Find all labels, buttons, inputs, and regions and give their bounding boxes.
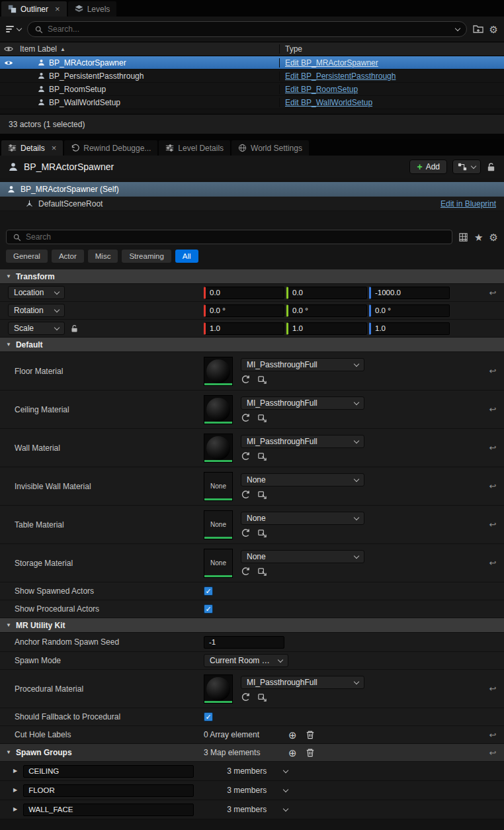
browse-to-asset-icon[interactable]: [257, 490, 267, 500]
material-thumbnail[interactable]: None: [204, 549, 233, 578]
material-dropdown[interactable]: MI_PassthroughFull: [241, 358, 364, 371]
reset-to-default-icon[interactable]: ↩: [482, 288, 504, 298]
clear-array-trash-icon[interactable]: [306, 730, 315, 739]
visibility-column[interactable]: [0, 44, 17, 54]
location-type-dropdown[interactable]: Location: [8, 286, 65, 299]
expand-arrow-icon[interactable]: ▶: [13, 807, 17, 812]
expand-arrow-icon[interactable]: ▼: [6, 750, 11, 755]
rotation-type-dropdown[interactable]: Rotation: [8, 304, 65, 317]
component-row-self[interactable]: BP_MRActorSpawner (Self): [0, 182, 504, 197]
search-input[interactable]: [48, 24, 451, 34]
location-z-field[interactable]: -1000.0: [369, 287, 450, 299]
scale-lock-icon[interactable]: [70, 324, 79, 333]
tab-rewind-debugger[interactable]: Rewind Debugge...: [64, 140, 157, 156]
outliner-row-bp-persistentpassthrough[interactable]: BP_PersistentPassthrough Edit BP_Persist…: [0, 69, 504, 83]
filter-chip-actor[interactable]: Actor: [52, 250, 84, 263]
edit-blueprint-link[interactable]: Edit BP_RoomSetup: [285, 85, 358, 94]
outliner-row-bp-mractorspawner[interactable]: BP_MRActorSpawner Edit BP_MRActorSpawner: [0, 56, 504, 69]
add-element-icon[interactable]: ⊕: [288, 748, 297, 758]
reset-to-default-icon[interactable]: ↩: [482, 443, 504, 453]
material-thumbnail[interactable]: None: [204, 510, 233, 539]
collapse-arrow-icon[interactable]: ▼: [6, 623, 11, 628]
material-thumbnail[interactable]: [204, 434, 233, 463]
details-search[interactable]: [6, 230, 452, 244]
show-spawned-actors-checkbox[interactable]: ✓: [204, 586, 213, 596]
component-row-defaultsceneroot[interactable]: DefaultSceneRoot Edit in Blueprint: [0, 197, 504, 211]
reset-to-default-icon[interactable]: ↩: [482, 520, 504, 530]
group-key-field[interactable]: [23, 765, 194, 778]
filter-chip-streaming[interactable]: Streaming: [122, 250, 171, 263]
browse-to-asset-icon[interactable]: [257, 567, 267, 576]
reset-to-default-icon[interactable]: ↩: [482, 748, 504, 758]
group-members-dropdown[interactable]: 3 members: [227, 766, 288, 776]
material-thumbnail[interactable]: [204, 395, 233, 424]
group-members-dropdown[interactable]: 3 members: [227, 805, 288, 814]
chevron-down-icon[interactable]: [454, 25, 460, 30]
use-selected-asset-icon[interactable]: [241, 528, 251, 538]
reset-to-default-icon[interactable]: ↩: [482, 558, 504, 568]
use-selected-asset-icon[interactable]: [241, 413, 251, 423]
scale-z-field[interactable]: 1.0: [369, 322, 450, 335]
category-transform[interactable]: ▼ Transform: [0, 269, 504, 284]
type-column-header[interactable]: Type: [279, 44, 504, 54]
rotation-x-field[interactable]: 0.0 °: [204, 304, 284, 317]
blueprint-actions-button[interactable]: [452, 160, 481, 174]
display-options-grid-icon[interactable]: [458, 232, 468, 242]
reset-to-default-icon[interactable]: ↩: [482, 730, 504, 740]
outliner-search[interactable]: [27, 21, 467, 37]
tab-levels[interactable]: Levels: [68, 1, 117, 17]
expand-arrow-icon[interactable]: ▶: [13, 768, 17, 774]
browse-to-asset-icon[interactable]: [257, 692, 267, 702]
edit-blueprint-link[interactable]: Edit BP_MRActorSpawner: [285, 58, 378, 68]
category-default[interactable]: ▼ Default: [0, 338, 504, 352]
show-procedural-actors-checkbox[interactable]: ✓: [204, 604, 213, 614]
outliner-row-bp-roomsetup[interactable]: BP_RoomSetup Edit BP_RoomSetup: [0, 83, 504, 96]
category-mr-utility-kit[interactable]: ▼ MR Utility Kit: [0, 618, 504, 633]
filter-button[interactable]: [6, 26, 21, 32]
material-dropdown[interactable]: MI_PassthroughFull: [241, 435, 364, 448]
clear-map-trash-icon[interactable]: [306, 748, 315, 757]
location-y-field[interactable]: 0.0: [286, 287, 367, 299]
use-selected-asset-icon[interactable]: [241, 451, 251, 461]
add-folder-icon[interactable]: [473, 24, 483, 34]
tab-level-details[interactable]: Level Details: [159, 140, 230, 156]
lock-icon[interactable]: [486, 162, 496, 172]
reset-to-default-icon[interactable]: ↩: [482, 404, 504, 414]
reset-to-default-icon[interactable]: ↩: [482, 366, 504, 376]
outliner-row-bp-wallworldsetup[interactable]: BP_WallWorldSetup Edit BP_WallWorldSetup: [0, 96, 504, 109]
tab-outliner[interactable]: Outliner ×: [1, 1, 67, 17]
browse-to-asset-icon[interactable]: [257, 451, 267, 461]
use-selected-asset-icon[interactable]: [241, 375, 251, 385]
material-thumbnail[interactable]: [204, 674, 233, 704]
browse-to-asset-icon[interactable]: [257, 528, 267, 538]
group-members-dropdown[interactable]: 3 members: [227, 786, 288, 795]
use-selected-asset-icon[interactable]: [241, 692, 251, 702]
filter-chip-general[interactable]: General: [6, 250, 48, 263]
scale-type-dropdown[interactable]: Scale: [8, 322, 65, 335]
material-dropdown[interactable]: None: [241, 512, 364, 525]
rotation-y-field[interactable]: 0.0 °: [286, 304, 367, 317]
group-key-field[interactable]: [23, 784, 194, 797]
fallback-checkbox[interactable]: ✓: [204, 712, 213, 721]
anchor-seed-field[interactable]: -1: [204, 636, 284, 649]
edit-blueprint-link[interactable]: Edit BP_PersistentPassthrough: [285, 71, 396, 81]
reset-to-default-icon[interactable]: ↩: [482, 481, 504, 491]
material-dropdown[interactable]: MI_PassthroughFull: [241, 676, 364, 689]
material-dropdown[interactable]: None: [241, 550, 364, 563]
use-selected-asset-icon[interactable]: [241, 490, 251, 500]
scale-x-field[interactable]: 1.0: [204, 322, 284, 335]
item-label-column-header[interactable]: Item Label ▲: [17, 44, 279, 54]
close-icon[interactable]: ×: [52, 144, 57, 152]
favorites-star-icon[interactable]: ★: [474, 232, 483, 242]
group-key-field[interactable]: [23, 804, 194, 816]
material-thumbnail[interactable]: [204, 357, 233, 386]
material-dropdown[interactable]: MI_PassthroughFull: [241, 396, 364, 410]
filter-chip-misc[interactable]: Misc: [88, 250, 118, 263]
settings-gear-icon[interactable]: ⚙: [489, 232, 498, 242]
browse-to-asset-icon[interactable]: [257, 375, 267, 385]
add-element-icon[interactable]: ⊕: [288, 730, 297, 740]
material-thumbnail[interactable]: None: [204, 472, 233, 501]
tab-details[interactable]: Details ×: [1, 140, 63, 156]
tab-world-settings[interactable]: World Settings: [231, 140, 309, 156]
details-search-input[interactable]: [26, 232, 446, 242]
